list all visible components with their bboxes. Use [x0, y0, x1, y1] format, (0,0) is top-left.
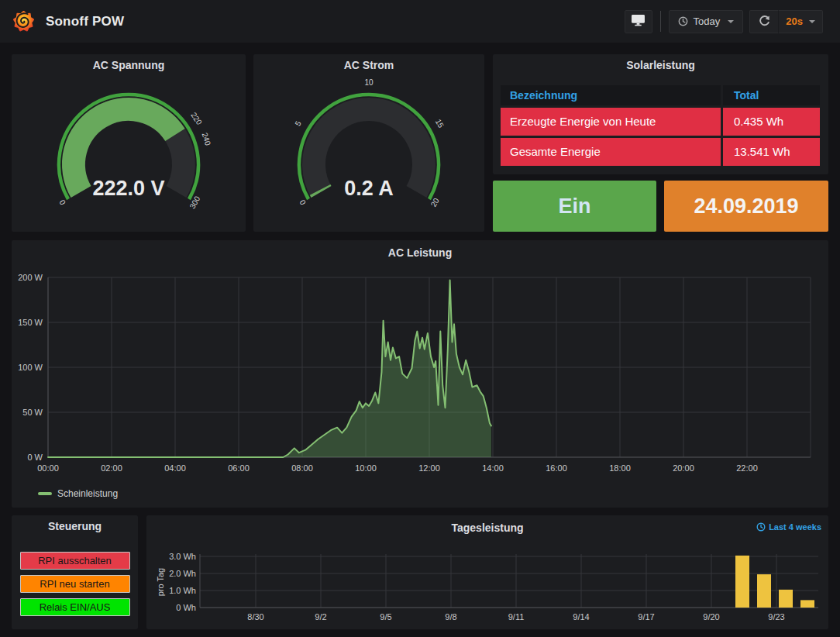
svg-text:8/30: 8/30 — [247, 612, 263, 622]
legend-label: Scheinleistung — [57, 488, 118, 499]
svg-text:pro Tag: pro Tag — [156, 568, 165, 597]
power-time-series-chart[interactable]: 0 W50 W100 W150 W200 W00:0002:0004:0006:… — [12, 240, 828, 508]
grafana-dashboard: Sonoff POW Today — [0, 0, 840, 637]
refresh-button[interactable] — [749, 10, 779, 33]
svg-text:220: 220 — [189, 111, 204, 126]
svg-text:9/2: 9/2 — [315, 612, 326, 622]
svg-text:06:00: 06:00 — [228, 463, 250, 473]
refresh-interval-dropdown[interactable]: 20s — [779, 10, 823, 33]
svg-text:12:00: 12:00 — [418, 463, 440, 473]
refresh-interval-label: 20s — [786, 15, 803, 27]
panel-tagesleistung: Tagesleistung Last 4 weeks 0 Wh1.0 Wh2.0… — [146, 515, 828, 629]
voltage-value: 222.0 V — [12, 177, 246, 201]
dashboard-title[interactable]: Sonoff POW — [46, 14, 124, 29]
grafana-logo[interactable] — [13, 11, 34, 32]
legend-color-dash — [38, 492, 52, 495]
panel-title[interactable]: Steuerung — [12, 515, 138, 537]
time-range-label: Today — [694, 15, 721, 27]
legend-scheinleistung[interactable]: Scheinleistung — [38, 488, 118, 499]
svg-text:1.0 Wh: 1.0 Wh — [169, 586, 196, 595]
refresh-controls: 20s — [749, 10, 823, 33]
svg-text:150 W: 150 W — [18, 318, 43, 327]
svg-text:3.0 Wh: 3.0 Wh — [169, 552, 196, 561]
time-range-picker[interactable]: Today — [669, 10, 744, 33]
svg-text:5: 5 — [294, 119, 304, 128]
panel-steuerung: Steuerung RPI ausschalten RPI neu starte… — [12, 515, 138, 629]
divider — [660, 11, 661, 32]
svg-text:200 W: 200 W — [18, 273, 43, 282]
svg-text:100 W: 100 W — [18, 363, 43, 372]
panel-ac-strom: AC Strom 05101520 0.2 A — [253, 54, 484, 232]
svg-text:18:00: 18:00 — [609, 463, 631, 473]
panel-title[interactable]: AC Strom — [253, 54, 484, 76]
svg-text:2.0 Wh: 2.0 Wh — [169, 569, 196, 578]
relay-toggle-button[interactable]: Relais EIN/AUS — [20, 598, 130, 616]
monitor-icon — [631, 14, 645, 29]
table-cell-label: Erzeugte Energie von Heute — [501, 108, 721, 136]
clock-icon — [678, 16, 688, 26]
panel-ac-leistung: AC Leistung 0 W50 W100 W150 W200 W00:000… — [12, 240, 828, 508]
panel-date: 24.09.2019 — [664, 181, 828, 232]
svg-text:22:00: 22:00 — [736, 463, 758, 473]
svg-text:9/17: 9/17 — [638, 612, 654, 622]
navbar-controls: Today 20s — [625, 10, 823, 33]
svg-text:9/20: 9/20 — [703, 612, 719, 622]
panel-solarleistung: Solarleistung Bezeichnung Total Erzeugte… — [493, 54, 828, 174]
svg-text:10: 10 — [364, 78, 374, 87]
svg-text:16:00: 16:00 — [546, 463, 567, 473]
panel-title[interactable]: AC Spannung — [12, 54, 246, 76]
svg-text:20:00: 20:00 — [673, 463, 694, 473]
svg-text:9/11: 9/11 — [508, 612, 525, 622]
table-cell-value: 0.435 Wh — [723, 108, 820, 136]
svg-text:00:00: 00:00 — [37, 463, 59, 473]
current-value: 0.2 A — [253, 177, 484, 201]
svg-text:9/14: 9/14 — [573, 612, 589, 622]
refresh-icon — [759, 15, 770, 27]
column-header-total[interactable]: Total — [723, 85, 820, 105]
top-navbar: Sonoff POW Today — [0, 0, 840, 43]
svg-text:02:00: 02:00 — [101, 463, 122, 473]
svg-text:50 W: 50 W — [22, 408, 43, 417]
panel-relay-state: Ein — [493, 181, 656, 232]
solar-table: Bezeichnung Total Erzeugte Energie von H… — [501, 85, 820, 166]
panel-title[interactable]: Solarleistung — [493, 54, 828, 76]
tv-mode-button[interactable] — [625, 10, 652, 33]
svg-text:0 W: 0 W — [27, 453, 43, 462]
daily-bar-chart[interactable]: 0 Wh1.0 Wh2.0 Wh3.0 Wh8/309/29/59/89/119… — [146, 515, 828, 629]
current-gauge: 05101520 — [253, 77, 484, 232]
svg-text:0 Wh: 0 Wh — [176, 603, 196, 612]
table-cell-value: 13.541 Wh — [723, 138, 820, 166]
table-cell-label: Gesamte Energie — [501, 138, 721, 166]
svg-text:14:00: 14:00 — [482, 463, 504, 473]
svg-text:9/5: 9/5 — [380, 612, 391, 622]
column-header-bezeichnung[interactable]: Bezeichnung — [501, 85, 721, 105]
svg-text:08:00: 08:00 — [291, 463, 313, 473]
panel-ac-spannung: AC Spannung 0220240300 222.0 V — [12, 54, 246, 232]
svg-text:15: 15 — [434, 118, 446, 130]
chevron-down-icon — [728, 20, 734, 23]
voltage-gauge: 0220240300 — [12, 77, 246, 232]
svg-text:10:00: 10:00 — [355, 463, 377, 473]
rpi-restart-button[interactable]: RPI neu starten — [20, 575, 130, 593]
svg-text:9/23: 9/23 — [768, 612, 784, 622]
rpi-shutdown-button[interactable]: RPI ausschalten — [20, 552, 130, 570]
svg-text:04:00: 04:00 — [164, 463, 186, 473]
chevron-down-icon — [809, 20, 815, 23]
svg-text:9/8: 9/8 — [445, 612, 456, 622]
svg-text:240: 240 — [201, 132, 213, 147]
